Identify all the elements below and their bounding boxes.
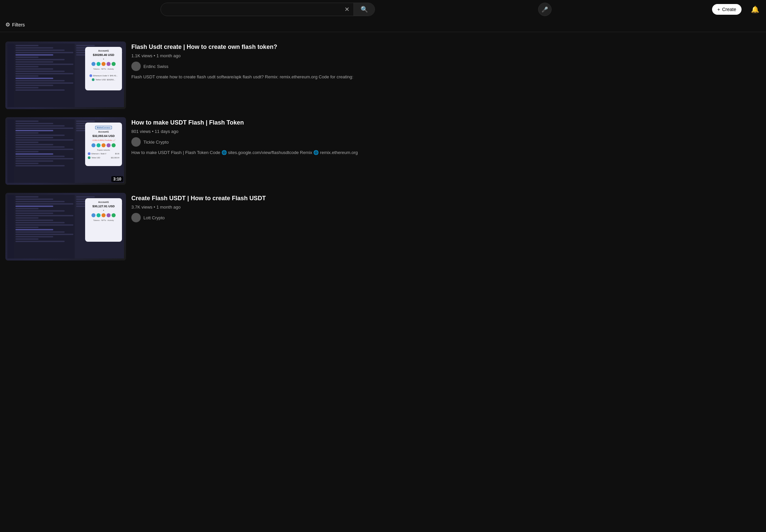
channel-name-3[interactable]: Lott Crypto	[143, 215, 165, 220]
video-desc-1: Flash USDT create how to create flash us…	[131, 74, 761, 80]
time-ago-3: 1 month ago	[156, 205, 181, 210]
create-button[interactable]: + Create	[712, 4, 742, 15]
search-bar: how to create usdt flash token ✕ 🔍	[161, 3, 375, 16]
video-title-3[interactable]: Create Flash USDT | How to create Flash …	[131, 194, 761, 203]
result-item-3: Account1 $30,127.91 USD ● Tokens · NFTs …	[5, 189, 761, 264]
time-ago-1: 1 month ago	[156, 53, 181, 58]
channel-avatar-2	[131, 137, 141, 147]
thumbnail-3[interactable]: Account1 $30,127.91 USD ● Tokens · NFTs …	[5, 193, 126, 260]
mic-icon: 🎤	[541, 6, 548, 13]
video-meta-3: 3.7K views • 1 month ago	[131, 205, 761, 210]
view-count-3: 3.7K views	[131, 205, 152, 210]
wallet-overlay-2: WalletConnect Account1 $32,093.64 USD -5…	[85, 123, 122, 166]
mic-button[interactable]: 🎤	[538, 3, 552, 16]
clear-icon: ✕	[344, 6, 349, 13]
channel-row-1: Erdinc Swiss	[131, 62, 761, 71]
bell-icon: 🔔	[751, 6, 759, 13]
video-info-2: How to make USDT Flash | Flash Token 801…	[131, 117, 761, 185]
filters-label: Filters	[12, 22, 25, 27]
view-count-2: 801 views	[131, 129, 151, 134]
thumbnail-2[interactable]: WalletConnect Account1 $32,093.64 USD -5…	[5, 117, 126, 185]
channel-name-2[interactable]: Tickle Crypto	[143, 140, 169, 145]
channel-name-1[interactable]: Erdinc Swiss	[143, 64, 168, 69]
video-desc-2: How to make USDT Flash | Flash Token Cod…	[131, 149, 761, 156]
result-item: Account1 $30280.46 USD ● Tokens · NFTs ·…	[5, 37, 761, 113]
search-icon: 🔍	[361, 6, 368, 13]
video-meta-2: 801 views • 11 days ago	[131, 129, 761, 134]
wallet-overlay-1: Account1 $30280.46 USD ● Tokens · NFTs ·…	[85, 47, 122, 90]
duration-badge-2: 3:10	[111, 176, 123, 182]
filters-button[interactable]: ⚙ Filters	[5, 21, 25, 28]
channel-row-2: Tickle Crypto	[131, 137, 761, 147]
search-input[interactable]: how to create usdt flash token	[161, 3, 340, 16]
video-info-1: Flash Usdt create | How to create own fl…	[131, 42, 761, 109]
video-title-2[interactable]: How to make USDT Flash | Flash Token	[131, 119, 761, 127]
results-container: Account1 $30280.46 USD ● Tokens · NFTs ·…	[0, 32, 766, 270]
channel-row-3: Lott Crypto	[131, 213, 761, 222]
video-meta-1: 1.1K views • 1 month ago	[131, 53, 761, 58]
video-title-1[interactable]: Flash Usdt create | How to create own fl…	[131, 43, 761, 51]
thumbnail-1[interactable]: Account1 $30280.46 USD ● Tokens · NFTs ·…	[5, 42, 126, 109]
notifications-button[interactable]: 🔔	[750, 4, 761, 15]
search-clear-button[interactable]: ✕	[340, 3, 354, 16]
search-submit-button[interactable]: 🔍	[354, 3, 375, 16]
view-count-1: 1.1K views	[131, 53, 152, 58]
video-info-3: Create Flash USDT | How to create Flash …	[131, 193, 761, 260]
create-label: Create	[722, 7, 736, 12]
wallet-overlay-3: Account1 $30,127.91 USD ● Tokens · NFTs …	[85, 198, 122, 242]
plus-icon: +	[717, 7, 720, 12]
channel-avatar-3	[131, 213, 141, 222]
filters-bar: ⚙ Filters	[0, 19, 766, 32]
channel-avatar-1	[131, 62, 141, 71]
time-ago-2: 11 days ago	[155, 129, 179, 134]
filters-icon: ⚙	[5, 21, 10, 28]
result-item-2: WalletConnect Account1 $32,093.64 USD -5…	[5, 113, 761, 189]
header: how to create usdt flash token ✕ 🔍 🎤 + C…	[0, 0, 766, 19]
